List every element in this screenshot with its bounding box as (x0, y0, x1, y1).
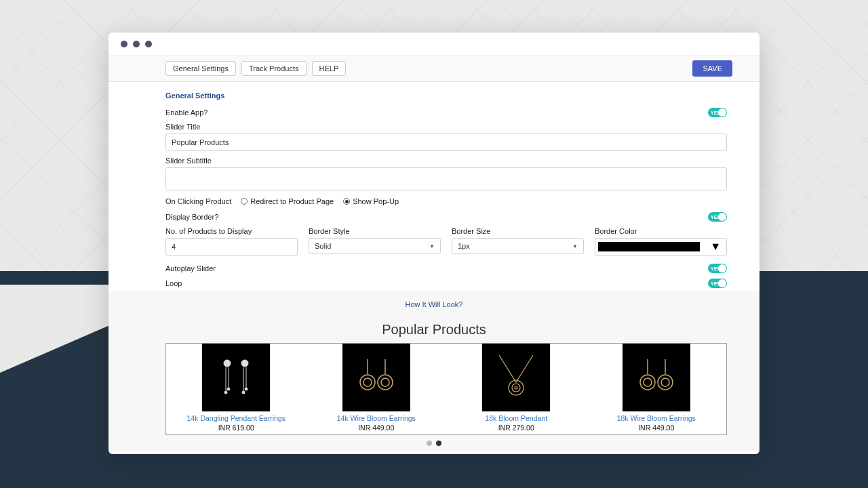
color-swatch (598, 242, 700, 251)
border-style-label: Border Style (309, 227, 441, 235)
svg-point-12 (360, 375, 375, 390)
earring-dangle-icon (212, 354, 260, 401)
enable-app-row: Enable App? YES (108, 105, 760, 120)
tab-track-products[interactable]: Track Products (241, 61, 307, 76)
svg-point-6 (224, 391, 227, 394)
border-style-value: Solid (315, 242, 331, 250)
tab-general-settings[interactable]: General Settings (165, 61, 236, 76)
svg-point-13 (363, 378, 372, 386)
tab-help[interactable]: HELP (312, 61, 347, 76)
product-name: 14k Wire Bloom Earrings (309, 414, 444, 422)
content-area: General Settings Enable App? YES Slider … (108, 82, 760, 454)
svg-point-8 (242, 391, 245, 394)
svg-point-22 (644, 378, 652, 386)
on-click-label: On Clicking Product (165, 197, 231, 205)
pager-dot[interactable] (436, 441, 441, 446)
product-image (482, 344, 550, 411)
slider-title-input[interactable] (165, 134, 727, 151)
chevron-down-icon: ▼ (429, 243, 435, 249)
product-card[interactable]: 14k Wire Bloom Earrings INR 449.00 (307, 344, 447, 434)
product-card[interactable]: 14k Dangling Pendant Earrings INR 619.00 (166, 344, 307, 434)
svg-point-23 (658, 375, 673, 390)
border-size-select[interactable]: 1px ▼ (452, 238, 584, 254)
pendant-rose-icon (492, 354, 540, 401)
svg-point-0 (224, 360, 231, 367)
autoplay-label: Autoplay Slider (165, 264, 216, 272)
products-num-input[interactable] (165, 238, 298, 256)
product-card[interactable]: 18k Wire Bloom Earrings INR 449.00 (587, 344, 727, 434)
toolbar: General Settings Track Products HELP SAV… (108, 56, 760, 82)
radio-redirect[interactable]: Redirect to Product Page (241, 197, 334, 205)
slider-subtitle-input[interactable] (165, 167, 727, 190)
earring-rose-icon (633, 354, 680, 401)
product-image (623, 344, 690, 411)
svg-point-17 (512, 384, 520, 392)
window-dot[interactable] (145, 41, 152, 47)
save-button[interactable]: SAVE (692, 60, 732, 77)
product-price: INR 449.00 (589, 424, 724, 432)
products-num-label: No. of Products to Display (165, 227, 298, 235)
autoplay-row: Autoplay Slider YES (108, 261, 760, 276)
enable-app-toggle[interactable]: YES (708, 108, 727, 117)
svg-point-24 (661, 378, 669, 386)
loop-row: Loop YES (108, 276, 760, 291)
radio-icon (241, 198, 248, 205)
svg-point-21 (640, 375, 655, 390)
autoplay-toggle[interactable]: YES (708, 264, 727, 273)
radio-popup-label: Show Pop-Up (353, 197, 399, 205)
chevron-down-icon: ▼ (572, 243, 578, 249)
toggle-knob (718, 264, 726, 272)
toggle-knob (718, 108, 726, 117)
product-price: INR 619.00 (169, 424, 304, 432)
svg-point-15 (381, 378, 389, 386)
product-name: 14k Dangling Pendant Earrings (169, 414, 304, 422)
window-dot[interactable] (121, 41, 127, 47)
loop-label: Loop (165, 279, 182, 287)
border-size-label: Border Size (452, 227, 584, 235)
border-size-value: 1px (458, 242, 470, 250)
product-image (342, 344, 410, 411)
preview-section: How It Will Look? Popular Products (108, 291, 760, 451)
display-border-row: Display Border? YES (108, 209, 760, 224)
radio-popup[interactable]: Show Pop-Up (343, 197, 399, 205)
product-slider: 14k Dangling Pendant Earrings INR 619.00 (165, 343, 727, 435)
border-style-select[interactable]: Solid ▼ (309, 238, 441, 254)
preview-title: Popular Products (108, 322, 760, 338)
product-card[interactable]: 18k Bloom Pendant INR 279.00 (446, 344, 587, 434)
svg-point-18 (515, 386, 517, 389)
loop-toggle[interactable]: YES (708, 279, 727, 288)
slider-title-label: Slider Title (165, 123, 727, 131)
radio-icon (343, 198, 350, 205)
svg-point-9 (245, 388, 248, 390)
product-price: INR 279.00 (449, 424, 584, 432)
preview-link[interactable]: How It Will Look? (406, 300, 463, 308)
svg-point-7 (227, 388, 230, 390)
slider-pager (108, 435, 760, 451)
earring-rose-icon (353, 354, 400, 401)
section-title: General Settings (108, 82, 760, 105)
svg-point-14 (378, 375, 393, 390)
border-color-picker[interactable]: ▼ (595, 238, 727, 256)
pager-dot[interactable] (427, 441, 432, 446)
svg-point-1 (241, 360, 248, 367)
toggle-knob (718, 279, 726, 287)
product-price: INR 449.00 (309, 424, 444, 432)
toggle-knob (718, 213, 726, 221)
display-border-label: Display Border? (165, 213, 218, 221)
display-border-toggle[interactable]: YES (708, 212, 727, 222)
enable-app-label: Enable App? (165, 108, 208, 117)
window-titlebar (108, 33, 760, 56)
product-image (202, 344, 270, 411)
chevron-down-icon: ▼ (710, 241, 721, 253)
slider-subtitle-label: Slider Subtitle (165, 157, 727, 165)
on-click-row: On Clicking Product Redirect to Product … (108, 193, 760, 209)
product-name: 18k Wire Bloom Earrings (589, 414, 724, 422)
window-dot[interactable] (133, 41, 140, 47)
app-window: General Settings Track Products HELP SAV… (108, 33, 760, 454)
product-name: 18k Bloom Pendant (449, 414, 584, 422)
border-color-label: Border Color (595, 227, 727, 235)
radio-redirect-label: Redirect to Product Page (250, 197, 334, 205)
